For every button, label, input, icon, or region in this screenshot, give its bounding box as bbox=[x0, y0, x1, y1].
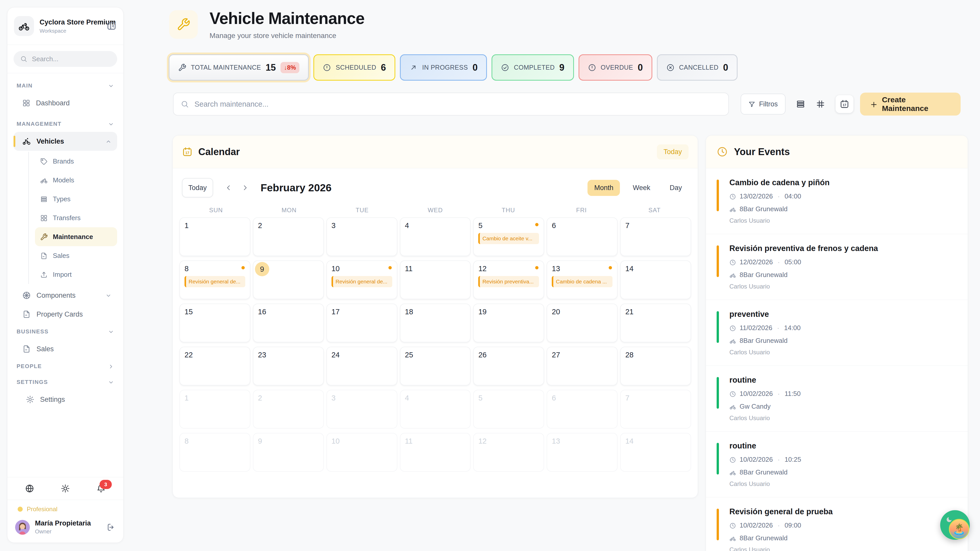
calendar-day-cell[interactable]: 11 bbox=[400, 260, 471, 299]
calendar-day-cell[interactable]: 8Revisión general de... bbox=[180, 260, 250, 299]
sidebar-item-property-cards[interactable]: Property Cards bbox=[14, 305, 117, 324]
calendar-day-cell[interactable]: 15 bbox=[180, 303, 250, 342]
sidebar-item-dashboard[interactable]: Dashboard bbox=[14, 94, 117, 113]
workspace-switcher[interactable]: Cyclora Store Premium Workspace bbox=[7, 7, 123, 44]
calendar-day-cell[interactable]: 24 bbox=[326, 347, 397, 386]
sidebar-item-components[interactable]: Components bbox=[14, 286, 117, 305]
calendar-day-cell[interactable]: 5 bbox=[473, 390, 544, 429]
calendar-day-cell[interactable]: 21 bbox=[620, 303, 691, 342]
sidebar-collapse-icon[interactable] bbox=[107, 21, 117, 31]
calendar-day-cell[interactable]: 10 bbox=[326, 433, 397, 472]
calendar-day-cell[interactable]: 13 bbox=[547, 433, 617, 472]
nav-section-management[interactable]: MANAGEMENT bbox=[14, 116, 117, 132]
calendar-day-cell[interactable]: 2 bbox=[253, 390, 324, 429]
calendar-day-cell[interactable]: 19 bbox=[473, 303, 544, 342]
event-list-item[interactable]: Cambio de cadena y piñón13/02/2026·04:00… bbox=[706, 168, 968, 234]
nav-section-settings[interactable]: SETTINGS bbox=[14, 374, 117, 390]
calendar-day-cell[interactable]: 3 bbox=[326, 390, 397, 429]
calendar-day-cell[interactable]: 6 bbox=[547, 218, 617, 256]
stat-chip-cancelled[interactable]: CANCELLED0 bbox=[657, 54, 738, 81]
calendar-event-pill[interactable]: Cambio de aceite v... bbox=[478, 233, 539, 244]
calendar-day-cell[interactable]: 7 bbox=[620, 218, 691, 256]
stat-chip-overdue[interactable]: OVERDUE0 bbox=[579, 54, 652, 81]
calendar-day-cell[interactable]: 2 bbox=[253, 218, 324, 256]
logout-icon[interactable] bbox=[107, 523, 116, 532]
calendar-day-cell[interactable]: 10Revisión general de... bbox=[326, 260, 397, 299]
nav-section-main[interactable]: MAIN bbox=[14, 78, 117, 94]
sidebar-item-business-sales[interactable]: Sales bbox=[14, 340, 117, 359]
calendar-day-cell[interactable]: 13Cambio de cadena ... bbox=[547, 260, 617, 299]
sidebar-item-models[interactable]: Models bbox=[35, 171, 117, 189]
calendar-day-cell[interactable]: 17 bbox=[326, 303, 397, 342]
sidebar-item-sales[interactable]: Sales bbox=[35, 246, 117, 265]
calendar-day-cell[interactable]: 6 bbox=[547, 390, 617, 429]
calendar-day-cell[interactable]: 9 bbox=[253, 260, 324, 299]
calendar-day-cell[interactable]: 12Revisión preventiva... bbox=[473, 260, 544, 299]
calendar-event-pill[interactable]: Revisión general de... bbox=[331, 276, 392, 287]
calendar-event-pill[interactable]: Revisión preventiva... bbox=[478, 276, 539, 287]
event-list-item[interactable]: preventive11/02/2026·14:008Bar Grunewald… bbox=[706, 300, 968, 366]
today-button[interactable]: Today bbox=[182, 178, 213, 197]
sidebar-item-maintenance[interactable]: Maintenance bbox=[35, 227, 117, 246]
view-tab-week[interactable]: Week bbox=[626, 180, 657, 196]
filters-button[interactable]: Filtros bbox=[741, 94, 786, 114]
event-list-item[interactable]: Revisión general de prueba10/02/2026·09:… bbox=[706, 497, 968, 551]
calendar-view-toggle[interactable]: 17 bbox=[835, 95, 853, 113]
sidebar-item-import[interactable]: Import bbox=[35, 265, 117, 284]
calendar-day-cell[interactable]: 9 bbox=[253, 433, 324, 472]
grid-view-icon[interactable] bbox=[816, 99, 825, 109]
stat-chip-completed[interactable]: COMPLETED9 bbox=[492, 54, 574, 81]
calendar-day-cell[interactable]: 28 bbox=[620, 347, 691, 386]
view-tab-month[interactable]: Month bbox=[587, 180, 620, 196]
calendar-day-cell[interactable]: 8 bbox=[180, 433, 250, 472]
calendar-day-cell[interactable]: 4 bbox=[400, 390, 471, 429]
maintenance-search-input[interactable] bbox=[194, 100, 721, 109]
calendar-event-pill[interactable]: Cambio de cadena ... bbox=[552, 276, 612, 287]
list-view-icon[interactable] bbox=[796, 99, 805, 109]
language-globe-icon[interactable] bbox=[25, 484, 34, 493]
calendar-day-cell[interactable]: 5Cambio de aceite v... bbox=[473, 218, 544, 256]
nav-section-business[interactable]: BUSINESS bbox=[14, 324, 117, 340]
event-list-item[interactable]: routine10/02/2026·10:258Bar GrunewaldCar… bbox=[706, 432, 968, 497]
sidebar-item-brands[interactable]: Brands bbox=[35, 152, 117, 171]
calendar-day-cell[interactable]: 26 bbox=[473, 347, 544, 386]
sidebar-item-settings[interactable]: Settings bbox=[17, 390, 117, 409]
calendar-day-cell[interactable]: 27 bbox=[547, 347, 617, 386]
calendar-today-link[interactable]: Today bbox=[657, 144, 689, 159]
notifications-bell[interactable]: 3 bbox=[97, 484, 106, 493]
calendar-day-cell[interactable]: 25 bbox=[400, 347, 471, 386]
theme-sun-icon[interactable] bbox=[61, 484, 70, 493]
calendar-day-cell[interactable]: 14 bbox=[620, 260, 691, 299]
calendar-day-cell[interactable]: 3 bbox=[326, 218, 397, 256]
stat-chip-in-progress[interactable]: IN PROGRESS0 bbox=[400, 54, 487, 81]
calendar-day-cell[interactable]: 20 bbox=[547, 303, 617, 342]
calendar-day-cell[interactable]: 7 bbox=[620, 390, 691, 429]
create-maintenance-button[interactable]: Create Maintenance bbox=[860, 93, 961, 116]
calendar-day-cell[interactable]: 1 bbox=[180, 218, 250, 256]
view-tab-day[interactable]: Day bbox=[663, 180, 689, 196]
event-list-item[interactable]: routine10/02/2026·11:50Gw CandyCarlos Us… bbox=[706, 366, 968, 432]
calendar-day-cell[interactable]: 4 bbox=[400, 218, 471, 256]
stat-chip-total[interactable]: TOTAL MAINTENANCE15↓8% bbox=[169, 54, 309, 81]
calendar-day-cell[interactable]: 12 bbox=[473, 433, 544, 472]
calendar-day-cell[interactable]: 14 bbox=[620, 433, 691, 472]
prev-month-icon[interactable] bbox=[224, 184, 232, 192]
nav-section-people[interactable]: PEOPLE bbox=[14, 359, 117, 374]
sidebar-item-types[interactable]: Types bbox=[35, 189, 117, 208]
stat-chip-scheduled[interactable]: SCHEDULED6 bbox=[313, 54, 395, 81]
sidebar-item-transfers[interactable]: Transfers bbox=[35, 208, 117, 227]
calendar-day-cell[interactable]: 18 bbox=[400, 303, 471, 342]
calendar-day-cell[interactable]: 22 bbox=[180, 347, 250, 386]
next-month-icon[interactable] bbox=[241, 184, 249, 192]
sidebar-search[interactable] bbox=[14, 51, 117, 67]
calendar-event-pill[interactable]: Revisión general de... bbox=[185, 276, 245, 287]
floating-vacation-button[interactable]: 🏝️ bbox=[940, 510, 970, 540]
calendar-day-cell[interactable]: 23 bbox=[253, 347, 324, 386]
calendar-day-cell[interactable]: 16 bbox=[253, 303, 324, 342]
sidebar-search-input[interactable] bbox=[32, 55, 110, 63]
event-list-item[interactable]: Revisión preventiva de frenos y cadena12… bbox=[706, 234, 968, 300]
maintenance-search[interactable] bbox=[173, 93, 729, 116]
sidebar-item-vehicles[interactable]: Vehicles bbox=[14, 132, 117, 151]
user-profile[interactable]: María Propietaria Owner bbox=[7, 514, 123, 543]
calendar-day-cell[interactable]: 1 bbox=[180, 390, 250, 429]
